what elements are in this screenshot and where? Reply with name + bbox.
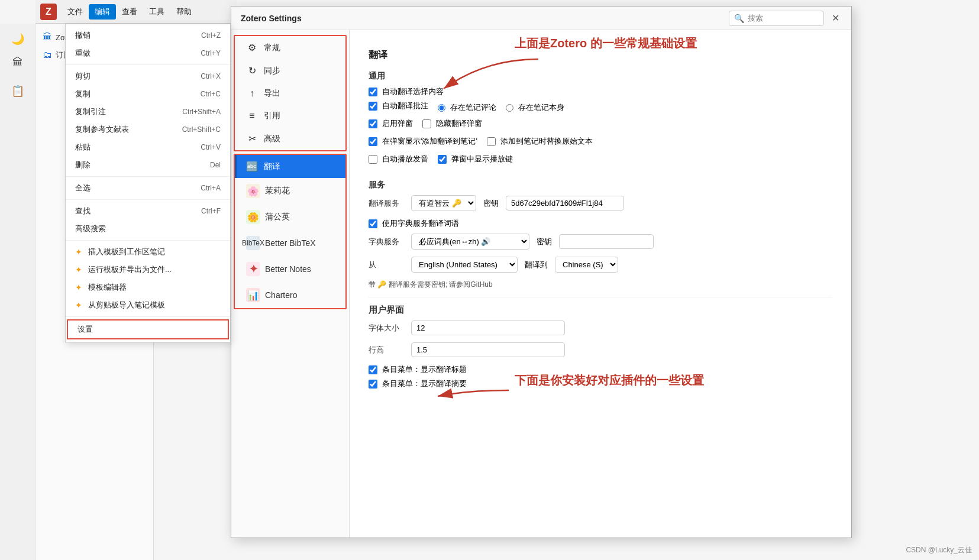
show-play-btn-checkbox[interactable]: [438, 155, 447, 164]
service-label: 翻译服务: [369, 198, 404, 209]
from-select[interactable]: English (United States): [411, 257, 518, 273]
menu-abstract-checkbox[interactable]: [369, 380, 377, 389]
gear-icon: ⚙: [246, 42, 258, 53]
dict-service-select[interactable]: 必应词典(en↔zh) 🔊: [411, 234, 529, 250]
dropdown-divider-1: [66, 64, 230, 65]
dropdown-import-template[interactable]: ✦ 从剪贴板导入笔记模板: [66, 296, 230, 314]
dropdown-settings[interactable]: 设置: [67, 319, 229, 339]
settings-titlebar: Zotero Settings 🔍 ✕: [231, 7, 851, 30]
dropdown-divider-2: [66, 176, 230, 177]
service-key-input[interactable]: [506, 196, 624, 211]
menu-title-checkbox[interactable]: [369, 365, 377, 374]
menu-file[interactable]: 文件: [62, 4, 89, 20]
hide-popup-label: 隐藏翻译弹窗: [436, 118, 482, 129]
library-button[interactable]: 🏛: [6, 52, 30, 73]
dropdown-insert-template[interactable]: ✦ 插入模板到工作区笔记: [66, 243, 230, 261]
line-height-input[interactable]: [411, 342, 565, 357]
search-box[interactable]: 🔍: [729, 11, 824, 26]
dropdown-paste[interactable]: 粘贴 Ctrl+V: [66, 138, 230, 156]
settings-content: 翻译 通用 自动翻译选择内容 自动翻译批注 存在笔记评论: [350, 30, 851, 538]
nav-cite-label: 引用: [264, 111, 280, 121]
dict-key-label: 密钥: [537, 237, 552, 247]
menu-title-label: 条目菜单：显示翻译标题: [382, 364, 467, 375]
dropdown-advanced-search[interactable]: 高级搜索: [66, 220, 230, 238]
auto-translate-checkbox[interactable]: [369, 88, 377, 96]
service-select[interactable]: 有道智云 🔑: [411, 195, 476, 211]
nav-jasmine-label: 茉莉花: [265, 186, 290, 196]
popup-row: 启用弹窗 隐藏翻译弹窗: [369, 118, 832, 132]
credit-text: CSDN @Lucky_云佳: [906, 545, 972, 555]
dropdown-copy-bibliography[interactable]: 复制参考文献表 Ctrl+Shift+C: [66, 121, 230, 138]
library-icon: 🏛: [43, 32, 52, 43]
menu-view[interactable]: 查看: [116, 4, 143, 20]
auto-translate-note-checkbox[interactable]: [369, 102, 377, 111]
search-input[interactable]: [748, 14, 819, 22]
dropdown-copy[interactable]: 复制 Ctrl+C: [66, 85, 230, 103]
dict-key-input[interactable]: [559, 234, 654, 249]
settings-nav: ⚙ 常规 ↻ 同步 ↑ 导出 ≡ 引用 ✂ 高级: [231, 30, 350, 538]
dropdown-run-template[interactable]: ✦ 运行模板并导出为文件...: [66, 261, 230, 279]
nav-jasmine[interactable]: 🌸 茉莉花: [235, 178, 345, 204]
nav-sync[interactable]: ↻ 同步: [235, 59, 345, 82]
nav-advanced[interactable]: ✂ 高级: [235, 127, 345, 150]
menu-help[interactable]: 帮助: [170, 4, 198, 20]
settings-window: Zotero Settings 🔍 ✕ ⚙ 常规 ↻ 同步: [231, 6, 852, 538]
to-select[interactable]: Chinese (S): [555, 257, 618, 273]
betternotes-icon: ✦: [246, 262, 260, 276]
dropdown-copy-citation[interactable]: 复制引注 Ctrl+Shift+A: [66, 103, 230, 121]
dropdown-undo[interactable]: 撤销 Ctrl+Z: [66, 27, 230, 44]
save-in-comment-radio[interactable]: [438, 104, 445, 112]
search-icon: 🔍: [734, 14, 744, 23]
nav-general-label: 常规: [264, 43, 280, 53]
font-size-row: 字体大小: [369, 321, 832, 335]
dropdown-select-all[interactable]: 全选 Ctrl+A: [66, 179, 230, 197]
line-height-label: 行高: [369, 345, 404, 355]
close-button[interactable]: ✕: [829, 12, 842, 25]
nav-advanced-label: 高级: [264, 134, 280, 144]
bibtex-icon: BibTeX: [246, 236, 260, 250]
enable-popup-checkbox[interactable]: [369, 119, 377, 128]
nav-bibtex[interactable]: BibTeX Better BibTeX: [235, 230, 345, 256]
dropdown-redo[interactable]: 重做 Ctrl+Y: [66, 44, 230, 62]
dict-label: 使用字典服务翻译词语: [382, 218, 459, 229]
translate-icon: 🔤: [246, 161, 258, 172]
service-subtitle: 服务: [369, 180, 832, 190]
hide-popup-checkbox[interactable]: [422, 119, 431, 128]
service-row: 翻译服务 有道智云 🔑 密钥: [369, 195, 832, 211]
jasmine-icon: 🌸: [246, 184, 260, 198]
dropdown-delete[interactable]: 删除 Del: [66, 156, 230, 174]
auto-play-label: 自动播放发音: [382, 154, 428, 164]
nav-export[interactable]: ↑ 导出: [235, 82, 345, 105]
dropdown-template-editor[interactable]: ✦ 模板编辑器: [66, 279, 230, 296]
dict-checkbox[interactable]: [369, 219, 377, 228]
menu-tools[interactable]: 工具: [143, 4, 170, 20]
dropdown-cut[interactable]: 剪切 Ctrl+X: [66, 67, 230, 85]
nav-dandelion[interactable]: 🌼 蒲公英: [235, 204, 345, 230]
auto-translate-row: 自动翻译选择内容: [369, 86, 832, 97]
menu-edit[interactable]: 编辑: [89, 4, 116, 20]
show-in-popup-label: 在弹窗显示'添加翻译到笔记': [382, 136, 477, 147]
nav-translate[interactable]: 🔤 翻译: [235, 155, 345, 178]
from-to-row: 从 English (United States) 翻译到 Chinese (S…: [369, 257, 832, 273]
auto-translate-note-row: 自动翻译批注 存在笔记评论 存在笔记本身: [369, 101, 832, 115]
enable-popup-label: 启用弹窗: [382, 118, 413, 129]
font-size-input[interactable]: [411, 321, 565, 335]
notes-button[interactable]: 📋: [6, 80, 30, 102]
nav-general[interactable]: ⚙ 常规: [235, 36, 345, 59]
night-mode-button[interactable]: 🌙: [6, 28, 30, 50]
nav-export-label: 导出: [264, 88, 280, 99]
dropdown-find[interactable]: 查找 Ctrl+F: [66, 202, 230, 220]
replace-original-checkbox[interactable]: [487, 137, 496, 146]
export-icon: ↑: [246, 88, 258, 99]
auto-play-checkbox[interactable]: [369, 155, 377, 164]
nav-chartero[interactable]: 📊 Chartero: [235, 282, 345, 308]
dropdown-menu: 撤销 Ctrl+Z 重做 Ctrl+Y 剪切 Ctrl+X 复制 Ctrl+C …: [65, 24, 231, 342]
nav-cite[interactable]: ≡ 引用: [235, 105, 345, 127]
nav-betternotes[interactable]: ✦ Better Notes: [235, 256, 345, 282]
line-height-row: 行高: [369, 342, 832, 357]
subscription-icon: 🗂: [43, 50, 52, 60]
replace-original-label: 添加到笔记时替换原始文本: [500, 136, 593, 147]
save-in-body-radio[interactable]: [506, 104, 513, 112]
show-in-popup-checkbox[interactable]: [369, 137, 377, 146]
dropdown-divider-3: [66, 199, 230, 200]
